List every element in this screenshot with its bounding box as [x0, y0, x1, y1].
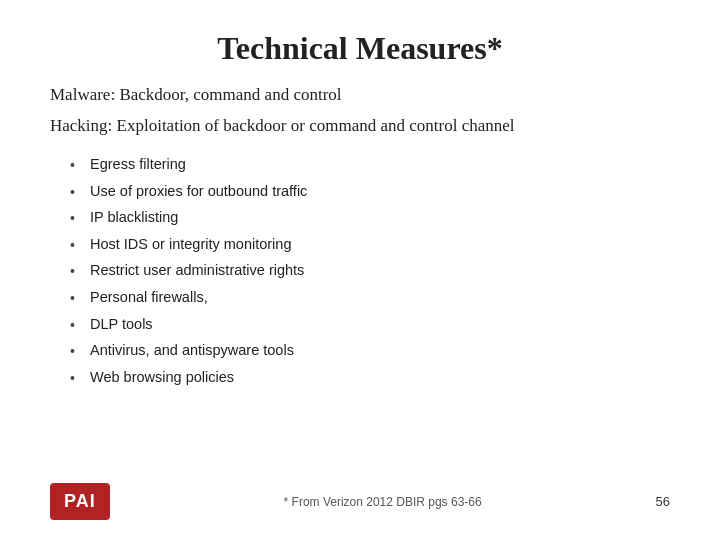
bullet-dot-icon: • [70, 342, 82, 362]
list-item: •Personal firewalls, [70, 287, 670, 309]
list-item-text: Web browsing policies [90, 367, 234, 387]
bullet-dot-icon: • [70, 236, 82, 256]
list-item: •Web browsing policies [70, 367, 670, 389]
list-item: •Host IDS or integrity monitoring [70, 234, 670, 256]
list-item: •Use of proxies for outbound traffic [70, 181, 670, 203]
bullet-dot-icon: • [70, 183, 82, 203]
list-item: •Restrict user administrative rights [70, 260, 670, 282]
list-item-text: Host IDS or integrity monitoring [90, 234, 291, 254]
list-item-text: Personal firewalls, [90, 287, 208, 307]
slide-container: Technical Measures* Malware: Backdoor, c… [0, 0, 720, 540]
list-item-text: Use of proxies for outbound traffic [90, 181, 307, 201]
list-item: •Antivirus, and antispyware tools [70, 340, 670, 362]
bullet-dot-icon: • [70, 289, 82, 309]
subtitle-hacking: Hacking: Exploitation of backdoor or com… [50, 115, 670, 138]
list-item: •Egress filtering [70, 154, 670, 176]
list-item-text: Restrict user administrative rights [90, 260, 304, 280]
bullet-dot-icon: • [70, 262, 82, 282]
list-item: •DLP tools [70, 314, 670, 336]
bullet-dot-icon: • [70, 156, 82, 176]
list-item-text: Antivirus, and antispyware tools [90, 340, 294, 360]
pai-logo: PAI [50, 483, 110, 520]
footer: PAI * From Verizon 2012 DBIR pgs 63-66 5… [0, 483, 720, 520]
bullet-dot-icon: • [70, 316, 82, 336]
list-item: •IP blacklisting [70, 207, 670, 229]
bullet-dot-icon: • [70, 369, 82, 389]
footer-note: * From Verizon 2012 DBIR pgs 63-66 [284, 495, 482, 509]
bullet-dot-icon: • [70, 209, 82, 229]
footer-page-number: 56 [656, 494, 670, 509]
bullet-list: •Egress filtering•Use of proxies for out… [70, 154, 670, 388]
list-item-text: DLP tools [90, 314, 153, 334]
list-item-text: IP blacklisting [90, 207, 178, 227]
list-item-text: Egress filtering [90, 154, 186, 174]
subtitle-malware: Malware: Backdoor, command and control [50, 85, 670, 105]
slide-title: Technical Measures* [50, 30, 670, 67]
